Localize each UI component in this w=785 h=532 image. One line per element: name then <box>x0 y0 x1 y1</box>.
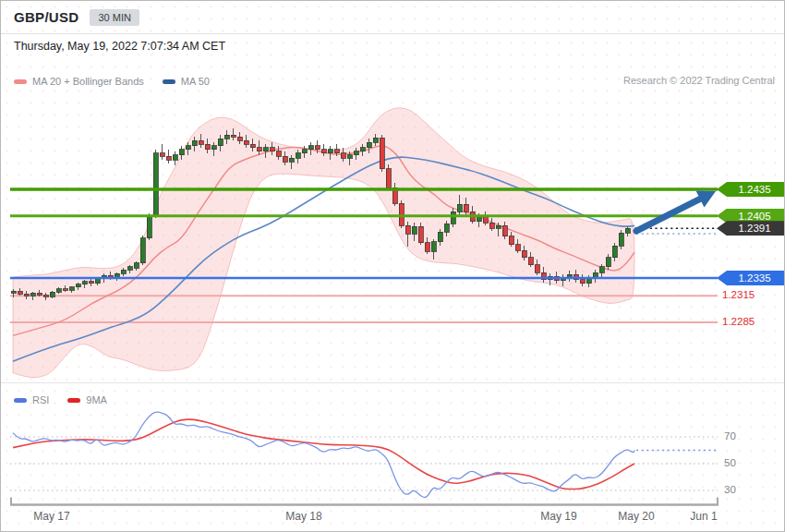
candle-down <box>425 243 429 252</box>
rsi-scale-label-30: 30 <box>724 484 736 495</box>
legend-item-ma50: MA 50 <box>163 76 210 87</box>
candle-up <box>438 232 442 242</box>
candle-down <box>18 291 22 294</box>
candle-up <box>11 291 16 293</box>
candle-up <box>121 270 126 273</box>
price-tag-1.2435: 1.2435 <box>717 182 784 197</box>
candle-up <box>412 226 417 234</box>
symbol-title: GBP/USD <box>14 9 78 25</box>
candle-up <box>30 293 35 296</box>
ma20-bollinger-swatch-icon <box>14 79 27 84</box>
ma20-bollinger-legend-label: MA 20 + Bollinger Bands <box>32 76 144 87</box>
candle-up <box>140 238 145 263</box>
rsi-9ma-swatch-icon <box>67 398 80 403</box>
candle-up <box>127 267 132 271</box>
price-legend: MA 20 + Bollinger Bands MA 50 <box>14 76 210 87</box>
x-axis-label-jun-1: Jun 1 <box>690 510 717 523</box>
candle-up <box>69 287 74 291</box>
candle-up <box>147 216 151 238</box>
legend-item-rsi: RSI <box>14 394 49 405</box>
rsi-9ma-line <box>13 419 634 489</box>
price-label-1.2285: 1.2285 <box>722 316 755 327</box>
candle-up <box>82 282 87 284</box>
chart-datetime: Thursday, May 19, 2022 7:07:34 AM CET <box>14 40 225 53</box>
candle-up <box>619 233 623 246</box>
candle-down <box>509 236 513 245</box>
candle-up <box>56 289 61 293</box>
candle-down <box>24 294 29 296</box>
candle-up <box>612 246 617 257</box>
candle-up <box>296 153 300 159</box>
candle-up <box>567 274 572 277</box>
candle-down <box>237 137 242 140</box>
timeframe-badge: 30 MIN <box>90 9 139 26</box>
candle-up <box>95 279 100 284</box>
candle-down <box>515 245 520 251</box>
candle-up <box>302 150 307 153</box>
rsi-9ma-legend-label: 9MA <box>86 394 107 405</box>
candle-up <box>373 138 378 142</box>
x-axis-label-may-18: May 18 <box>285 510 321 523</box>
candle-down <box>315 146 320 150</box>
candle-down <box>283 156 287 162</box>
legend-item-ma20-bollinger: MA 20 + Bollinger Bands <box>14 76 144 87</box>
candle-up <box>606 258 610 267</box>
candle-up <box>347 155 352 159</box>
price-tag-1.2391: 1.2391 <box>717 221 784 236</box>
candle-down <box>405 225 410 234</box>
candle-down <box>535 265 539 273</box>
candle-up <box>496 225 501 228</box>
rsi-scale-label-70: 70 <box>724 430 736 441</box>
candle-up <box>76 284 80 287</box>
candle-down <box>502 225 507 236</box>
candle-up <box>50 292 54 296</box>
candle-down <box>380 138 384 169</box>
candle-down <box>386 169 391 187</box>
candle-up <box>153 153 158 216</box>
candle-down <box>580 280 585 284</box>
candle-down <box>231 135 236 137</box>
candle-down <box>270 148 274 151</box>
candle-down <box>43 295 48 296</box>
candle-down <box>89 282 93 284</box>
candle-down <box>205 144 210 150</box>
attribution-text: Research © 2022 Trading Central <box>623 75 775 86</box>
candle-down <box>276 151 281 157</box>
candle-up <box>360 148 365 151</box>
candle-down <box>334 150 339 153</box>
ma50-swatch-icon <box>163 79 175 84</box>
candle-up <box>308 146 313 150</box>
legend-item-9ma: 9MA <box>67 394 107 405</box>
candle-down <box>257 148 261 151</box>
price-tag-1.2335: 1.2335 <box>717 271 784 285</box>
trading-central-chart-widget: GBP/USD 30 MIN Thursday, May 19, 2022 7:… <box>0 0 785 532</box>
candle-down <box>418 226 423 242</box>
candle-down <box>37 293 42 295</box>
chart-header: GBP/USD 30 MIN <box>1 1 784 34</box>
price-label-1.2315: 1.2315 <box>722 289 755 300</box>
candle-down <box>250 144 255 148</box>
candle-up <box>179 150 184 155</box>
candle-down <box>489 223 494 228</box>
candle-up <box>263 148 268 151</box>
candle-down <box>321 150 326 153</box>
ma50-legend-label: MA 50 <box>181 76 210 87</box>
candle-down <box>341 153 345 159</box>
x-axis-label-may-20: May 20 <box>618 510 654 523</box>
candle-up <box>224 135 229 139</box>
rsi-legend-label: RSI <box>32 394 49 405</box>
candle-up <box>173 155 177 161</box>
x-axis-label-may-19: May 19 <box>540 510 576 523</box>
candle-up <box>289 158 294 162</box>
candle-up <box>444 224 449 232</box>
rsi-swatch-icon <box>14 398 27 403</box>
candle-up <box>134 263 139 269</box>
candle-down <box>464 204 468 212</box>
candle-up <box>211 146 216 150</box>
candle-up <box>599 267 604 273</box>
candle-up <box>451 212 455 224</box>
candle-down <box>244 140 248 144</box>
candle-up <box>431 242 436 252</box>
candle-down <box>528 258 533 265</box>
candle-up <box>354 151 358 155</box>
